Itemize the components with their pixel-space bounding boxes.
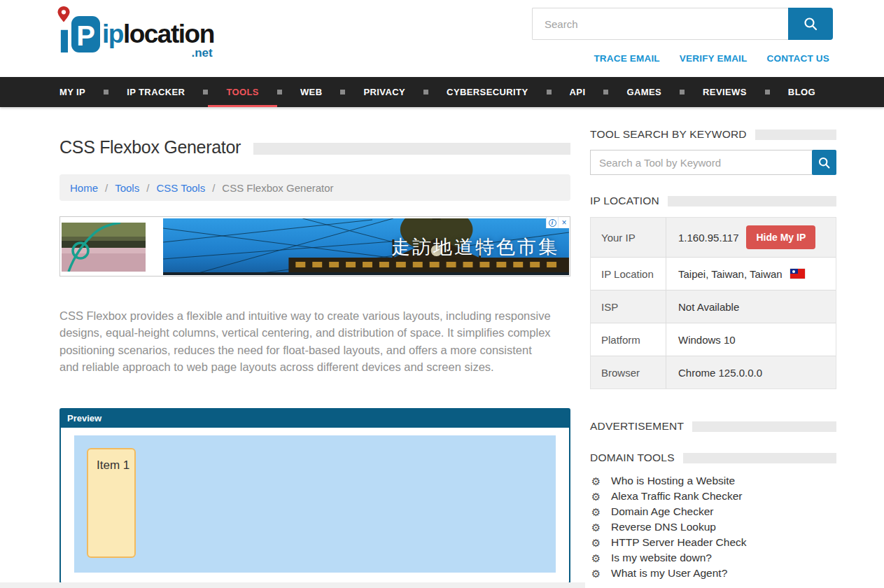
domain-tools-list: ⚙Who is Hosting a Website⚙Alexa Traffic …: [590, 473, 836, 581]
breadcrumb-separator: /: [212, 182, 215, 194]
header-link-verify-email[interactable]: VERIFY EMAIL: [680, 53, 748, 64]
domain-tool-link-what-is-my-user-agent[interactable]: What is my User Agent?: [611, 567, 727, 580]
ad-image-left[interactable]: [62, 223, 146, 272]
tool-search: [590, 150, 836, 175]
nav-item-cybersecurity[interactable]: CYBERSECURITY: [428, 77, 546, 107]
heading-decoration-bar: [755, 130, 836, 140]
ad-banner[interactable]: 走訪地道特色市集 i ×: [59, 216, 570, 276]
ip-row-value-text: Not Available: [678, 301, 739, 313]
gear-icon: ⚙: [590, 476, 602, 486]
advertisement-heading: ADVERTISEMENT: [590, 420, 836, 433]
breadcrumb-separator: /: [146, 182, 149, 194]
ip-table-row-platform: PlatformWindows 10: [591, 323, 836, 356]
gear-icon: ⚙: [590, 507, 602, 517]
header-search-input[interactable]: [532, 8, 788, 40]
tool-search-heading: TOOL SEARCH BY KEYWORD: [590, 128, 836, 141]
gear-icon: ⚙: [590, 553, 602, 564]
nav-item: REVIEWS: [685, 77, 765, 107]
nav-separator-square: [547, 90, 552, 94]
header-search-button[interactable]: [788, 8, 833, 40]
logo-text-location: location: [123, 20, 214, 48]
nav-item-api[interactable]: API: [552, 77, 604, 107]
domain-tool-link-who-is-hosting-a-website[interactable]: Who is Hosting a Website: [611, 475, 735, 487]
nav-item-tools[interactable]: TOOLS: [208, 77, 277, 107]
nav-item-web[interactable]: WEB: [282, 77, 341, 107]
heading-decoration-bar: [668, 196, 836, 206]
search-icon: [818, 156, 831, 169]
ip-location-heading-label: IP LOCATION: [590, 195, 659, 207]
ip-row-value: Chrome 125.0.0.0: [666, 356, 836, 388]
nav-separator-square: [104, 90, 108, 94]
flex-container: Item 1: [74, 435, 556, 573]
taiwan-flag-icon: [790, 269, 805, 279]
main-content: CSS Flexbox Generator Home/Tools/CSS Too…: [59, 135, 570, 584]
ad-close-icon[interactable]: ×: [558, 217, 570, 228]
site-logo[interactable]: P ı iplocation .net: [56, 4, 214, 57]
ip-location-heading: IP LOCATION: [590, 195, 836, 207]
domain-tool-link-domain-age-checker[interactable]: Domain Age Checker: [611, 505, 713, 518]
ip-location-table: Your IP1.160.95.117Hide My IPIP Location…: [590, 217, 836, 389]
domain-tool-link-http-server-header-check[interactable]: HTTP Server Header Check: [611, 536, 747, 549]
flag-sun: [792, 270, 795, 273]
logo-mark-icon: P ı: [56, 4, 101, 57]
nav-item-games[interactable]: GAMES: [608, 77, 680, 107]
ad-icons: i ×: [546, 217, 570, 228]
domain-tool-item: ⚙What is my User Agent?: [590, 566, 836, 581]
ip-row-label: Your IP: [591, 218, 666, 257]
ip-table-row-isp: ISPNot Available: [591, 290, 836, 323]
main-nav-list: MY IPIP TRACKERTOOLSWEBPRIVACYCYBERSECUR…: [0, 77, 884, 107]
nav-separator-square: [340, 90, 345, 94]
nav-item: TOOLS: [208, 77, 277, 107]
gear-icon: ⚙: [590, 522, 602, 533]
hide-my-ip-button[interactable]: Hide My IP: [746, 225, 815, 249]
breadcrumb-link-home[interactable]: Home: [70, 182, 98, 194]
domain-tool-item: ⚙Domain Age Checker: [590, 504, 836, 519]
nav-item-my-ip[interactable]: MY IP: [59, 77, 104, 107]
logo-text-ip: ip: [102, 20, 123, 48]
header-links: TRACE EMAILVERIFY EMAILCONTACT US: [594, 53, 829, 64]
page-title: CSS Flexbox Generator: [59, 137, 241, 158]
ip-row-label: Browser: [591, 356, 666, 388]
ip-row-value-text: Chrome 125.0.0.0: [678, 367, 762, 379]
preview-panel-body: Item 1: [61, 428, 569, 582]
logo-text-net: .net: [192, 47, 213, 59]
breadcrumb: Home/Tools/CSS Tools/CSS Flexbox Generat…: [59, 174, 570, 201]
header-link-trace-email[interactable]: TRACE EMAIL: [594, 53, 659, 64]
nav-separator-square: [765, 90, 770, 94]
search-icon: [803, 16, 818, 31]
domain-tools-heading: DOMAIN TOOLS: [590, 451, 836, 464]
tool-search-heading-label: TOOL SEARCH BY KEYWORD: [590, 128, 747, 141]
tool-search-button[interactable]: [812, 150, 836, 175]
title-decoration-bar: [253, 143, 570, 155]
domain-tool-link-reverse-dns-lookup[interactable]: Reverse DNS Lookup: [611, 521, 716, 533]
tool-search-input[interactable]: [590, 150, 813, 175]
nav-item: WEB: [282, 77, 341, 107]
domain-tools-heading-label: DOMAIN TOOLS: [590, 451, 675, 464]
nav-separator-square: [277, 90, 282, 94]
advertisement-heading-label: ADVERTISEMENT: [590, 420, 684, 433]
nav-item-privacy[interactable]: PRIVACY: [345, 77, 423, 107]
ip-table-row-your-ip: Your IP1.160.95.117Hide My IP: [591, 218, 836, 257]
domain-tool-link-alexa-traffic-rank-checker[interactable]: Alexa Traffic Rank Checker: [611, 490, 743, 503]
domain-tool-item: ⚙Reverse DNS Lookup: [590, 519, 836, 535]
ip-row-label: Platform: [591, 323, 666, 356]
header-search: [532, 8, 833, 40]
domain-tool-item: ⚙Alexa Traffic Rank Checker: [590, 489, 836, 504]
nav-item-blog[interactable]: BLOG: [770, 77, 834, 107]
nav-item-reviews[interactable]: REVIEWS: [685, 77, 765, 107]
ad-image-right[interactable]: 走訪地道特色市集: [163, 218, 569, 275]
preview-panel-header: Preview: [61, 410, 569, 428]
site-header: P ı iplocation .net TRACE EMAILVERIFY EM…: [0, 0, 884, 77]
header-link-contact-us[interactable]: CONTACT US: [767, 53, 830, 64]
nav-item: IP TRACKER: [108, 77, 203, 107]
domain-tool-link-is-my-website-down[interactable]: Is my website down?: [611, 552, 712, 564]
breadcrumb-link-tools[interactable]: Tools: [115, 182, 139, 194]
breadcrumb-link-css-tools[interactable]: CSS Tools: [156, 182, 205, 194]
ad-info-icon[interactable]: i: [546, 217, 558, 228]
ip-row-value: 1.160.95.117Hide My IP: [666, 218, 836, 257]
sidebar: TOOL SEARCH BY KEYWORD IP LOCATION Your …: [590, 128, 836, 581]
nav-item-ip-tracker[interactable]: IP TRACKER: [108, 77, 203, 107]
logo-text: iplocation .net: [102, 21, 214, 47]
ip-row-label: IP Location: [591, 258, 666, 290]
nav-item: PRIVACY: [345, 77, 423, 107]
